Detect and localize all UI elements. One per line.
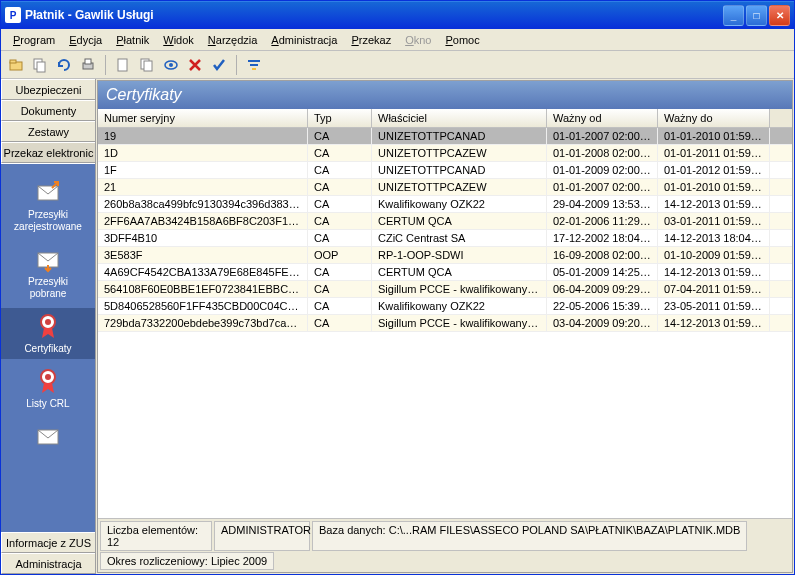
side-icon-label: Przesyłkizarejestrowane: [14, 209, 82, 233]
table-row[interactable]: 5D8406528560F1FF435CBD00C04C303...CAKwal…: [98, 298, 792, 315]
sidebar: UbezpieczeniDokumentyZestawyPrzekaz elek…: [1, 79, 96, 574]
menu-pomoc[interactable]: Pomoc: [439, 32, 485, 48]
table-row[interactable]: 1FCAUNIZETOTTPCANAD01-01-2009 02:00:0001…: [98, 162, 792, 179]
sidetab-1[interactable]: Dokumenty: [1, 100, 95, 121]
close-button[interactable]: ✕: [769, 5, 790, 26]
cell: 19: [98, 128, 308, 144]
cell: CERTUM QCA: [372, 213, 547, 229]
menu-program[interactable]: Program: [7, 32, 61, 48]
cell: 01-01-2010 01:59:59: [658, 128, 770, 144]
cell: CA: [308, 230, 372, 246]
certificates-grid[interactable]: Numer seryjnyTypWłaścicielWażny odWażny …: [98, 109, 792, 518]
grid-header: Numer seryjnyTypWłaścicielWażny odWażny …: [98, 109, 792, 128]
table-row[interactable]: 2FF6AA7AB3424B158A6BF8C203F170C...CACERT…: [98, 213, 792, 230]
cell: 01-01-2012 01:59:59: [658, 162, 770, 178]
column-header-2[interactable]: Właściciel: [372, 109, 547, 127]
menu-płatnik[interactable]: Płatnik: [110, 32, 155, 48]
main-area: Certyfikaty Numer seryjnyTypWłaścicielWa…: [97, 80, 793, 573]
sidetab-bottom-0[interactable]: Informacje z ZUS: [1, 532, 95, 553]
tool-new-icon[interactable]: [112, 54, 134, 76]
side-icon-2[interactable]: Certyfikaty: [1, 308, 95, 359]
cell: CA: [308, 128, 372, 144]
cell: RP-1-OOP-SDWI: [372, 247, 547, 263]
cell: 23-05-2011 01:59:59: [658, 298, 770, 314]
tool-filter-icon[interactable]: [243, 54, 265, 76]
cell: 14-12-2013 01:59:59: [658, 315, 770, 331]
side-icon-1[interactable]: Przesyłkipobrane: [1, 241, 95, 304]
cell: CA: [308, 315, 372, 331]
sidetab-0[interactable]: Ubezpieczeni: [1, 79, 95, 100]
tool-delete-icon[interactable]: [184, 54, 206, 76]
toolbar-separator: [236, 55, 237, 75]
column-header-4[interactable]: Ważny do: [658, 109, 770, 127]
menu-widok[interactable]: Widok: [157, 32, 200, 48]
sidetab-2[interactable]: Zestawy: [1, 121, 95, 142]
column-header-0[interactable]: Numer seryjny: [98, 109, 308, 127]
side-icon-4[interactable]: [1, 418, 95, 457]
tool-copy-icon[interactable]: [29, 54, 51, 76]
svg-rect-1: [10, 60, 16, 63]
cell: Kwalifikowany OZK22: [372, 298, 547, 314]
table-row[interactable]: 3DFF4B10CACZiC Centrast SA17-12-2002 18:…: [98, 230, 792, 247]
cell: CA: [308, 179, 372, 195]
tool-docs-icon[interactable]: [136, 54, 158, 76]
sidetab-bottom-1[interactable]: Administracja: [1, 553, 95, 574]
svg-rect-13: [252, 68, 256, 70]
cell: CA: [308, 264, 372, 280]
statusbar: Liczba elementów: 12ADMINISTRATORBaza da…: [98, 518, 792, 572]
cell: 260b8a38ca499bfc9130394c396d38355...: [98, 196, 308, 212]
cell: 05-01-2009 14:25:03: [547, 264, 658, 280]
table-row[interactable]: 19CAUNIZETOTTPCANAD01-01-2007 02:00:0001…: [98, 128, 792, 145]
cell: 01-01-2008 02:00:00: [547, 145, 658, 161]
cell: CA: [308, 196, 372, 212]
cell: 17-12-2002 18:04:51: [547, 230, 658, 246]
cell: 06-04-2009 09:29:36: [547, 281, 658, 297]
menu-okno: Okno: [399, 32, 437, 48]
cell: Sigillum PCCE - kwalifikowany CA1: [372, 281, 547, 297]
cell: CA: [308, 145, 372, 161]
menu-przekaz[interactable]: Przekaz: [345, 32, 397, 48]
table-row[interactable]: 4A69CF4542CBA133A79E68E845FE1168...CACER…: [98, 264, 792, 281]
menu-narzędzia[interactable]: Narzędzia: [202, 32, 264, 48]
tool-check-icon[interactable]: [208, 54, 230, 76]
svg-rect-3: [37, 62, 45, 72]
cell: 01-01-2009 02:00:00: [547, 162, 658, 178]
table-row[interactable]: 729bda7332200ebdebe399c73bd7ca22...CASig…: [98, 315, 792, 332]
minimize-button[interactable]: _: [723, 5, 744, 26]
svg-rect-8: [144, 61, 152, 71]
tool-view-icon[interactable]: [160, 54, 182, 76]
table-row[interactable]: 1DCAUNIZETOTTPCAZEW01-01-2008 02:00:0001…: [98, 145, 792, 162]
app-icon: P: [5, 7, 21, 23]
column-header-3[interactable]: Ważny od: [547, 109, 658, 127]
cell: 07-04-2011 01:59:59: [658, 281, 770, 297]
menu-administracja[interactable]: Administracja: [265, 32, 343, 48]
maximize-button[interactable]: □: [746, 5, 767, 26]
cell: 01-01-2007 02:00:00: [547, 128, 658, 144]
cell: 01-01-2011 01:59:59: [658, 145, 770, 161]
table-row[interactable]: 260b8a38ca499bfc9130394c396d38355...CAKw…: [98, 196, 792, 213]
side-icon-label: Listy CRL: [26, 398, 69, 410]
sidetab-3[interactable]: Przekaz elektronic: [1, 142, 95, 163]
column-header-1[interactable]: Typ: [308, 109, 372, 127]
cell: 14-12-2013 18:04:51: [658, 230, 770, 246]
side-icon-label: Przesyłkipobrane: [28, 276, 68, 300]
table-row[interactable]: 21CAUNIZETOTTPCAZEW01-01-2007 02:00:0001…: [98, 179, 792, 196]
svg-rect-12: [250, 64, 258, 66]
svg-rect-11: [248, 60, 260, 62]
tool-open-icon[interactable]: [5, 54, 27, 76]
body: UbezpieczeniDokumentyZestawyPrzekaz elek…: [1, 79, 794, 574]
cell: 21: [98, 179, 308, 195]
side-icon-0[interactable]: Przesyłkizarejestrowane: [1, 174, 95, 237]
cell: 3E583F: [98, 247, 308, 263]
menu-edycja[interactable]: Edycja: [63, 32, 108, 48]
tool-refresh-icon[interactable]: [53, 54, 75, 76]
table-row[interactable]: 564108F60E0BBE1EF0723841EBBC1D...CASigil…: [98, 281, 792, 298]
cell: 03-01-2011 01:59:59: [658, 213, 770, 229]
cell: 729bda7332200ebdebe399c73bd7ca22...: [98, 315, 308, 331]
menubar: ProgramEdycjaPłatnikWidokNarzędziaAdmini…: [1, 29, 794, 51]
cell: CA: [308, 281, 372, 297]
side-icon-3[interactable]: Listy CRL: [1, 363, 95, 414]
titlebar: P Płatnik - Gawlik Usługi _ □ ✕: [1, 1, 794, 29]
table-row[interactable]: 3E583FOOPRP-1-OOP-SDWI16-09-2008 02:00:0…: [98, 247, 792, 264]
tool-print-icon[interactable]: [77, 54, 99, 76]
